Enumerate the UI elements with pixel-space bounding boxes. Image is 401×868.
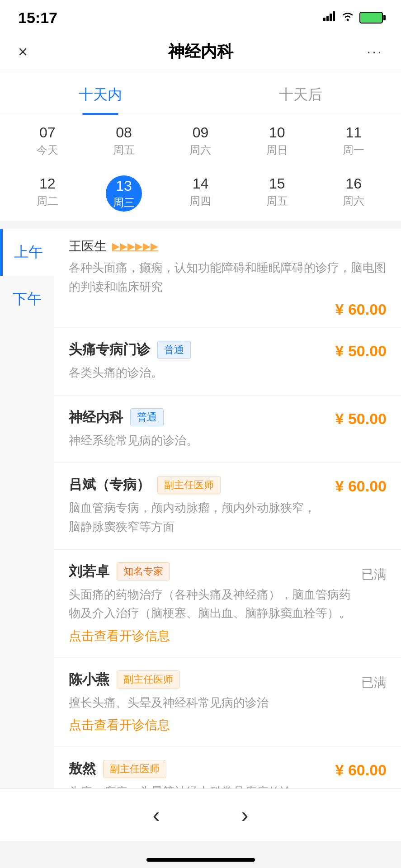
svg-point-4	[347, 19, 349, 21]
prev-button[interactable]: ‹	[139, 798, 174, 832]
clinic-name-row: 头痛专病门诊 普通	[69, 340, 326, 359]
clinic-tag: 普通	[130, 408, 164, 426]
clinic-price: ¥ 50.00	[335, 408, 387, 428]
clinic-tag: 副主任医师	[103, 760, 166, 778]
calendar-row-1: 07 今天 08 周五 09 周六 10 周日 11 周一	[9, 115, 392, 166]
clinic-name-row: 陈小燕 副主任医师	[69, 670, 352, 689]
calendar-section: 07 今天 08 周五 09 周六 10 周日 11 周一 12 周二 13 周…	[0, 115, 401, 221]
clinic-info: 吕斌（专病） 副主任医师 脑血管病专病，颅内动脉瘤，颅内外动脉狭窄，脑静脉窦狭窄…	[69, 476, 335, 536]
bottom-nav: ‹ ›	[0, 788, 401, 841]
time-label-col: 上午 下午	[0, 229, 54, 838]
clinic-name: 神经内科	[69, 408, 123, 427]
clinic-card-headache-specialist[interactable]: 头痛专病门诊 普通 各类头痛的诊治。 ¥ 50.00	[54, 328, 401, 396]
clinic-info: 头痛专病门诊 普通 各类头痛的诊治。	[69, 340, 335, 382]
partial-price: ¥ 60.00	[335, 299, 387, 318]
clinic-price: ¥ 60.00	[335, 760, 387, 779]
tab-within-ten-days[interactable]: 十天内	[0, 72, 201, 115]
clinic-desc: 擅长头痛、头晕及神经科常见病的诊治	[69, 693, 352, 712]
clinic-info: 陈小燕 副主任医师 擅长头痛、头晕及神经科常见病的诊治 点击查看开诊信息	[69, 670, 361, 734]
clinic-link[interactable]: 点击查看开诊信息	[69, 627, 352, 645]
tab-after-ten-days[interactable]: 十天后	[201, 72, 401, 115]
calendar-day-07[interactable]: 07 今天	[29, 124, 66, 157]
svg-rect-1	[326, 16, 329, 21]
tab-bar: 十天内 十天后	[0, 72, 401, 115]
calendar-row-2: 12 周二 13 周三 14 周四 15 周五 16 周六	[9, 166, 392, 221]
calendar-day-12[interactable]: 12 周二	[29, 175, 66, 212]
clinic-name: 刘若卓	[69, 562, 109, 581]
time-content-section: 上午 下午 王医生 ▶▶▶▶▶▶ 各种头面痛，癫痫，认知功能障碍和睡眠障碍的诊疗…	[0, 229, 401, 838]
partial-link[interactable]: ▶▶▶▶▶▶	[112, 241, 158, 252]
clinic-name: 陈小燕	[69, 670, 109, 689]
svg-rect-0	[323, 18, 326, 21]
clinic-card-liuruozhuo[interactable]: 刘若卓 知名专家 头面痛的药物治疗（各种头痛及神经痛），脑血管病药物及介入治疗（…	[54, 550, 401, 658]
partial-doctor-name: 王医生	[69, 238, 107, 255]
clinic-link[interactable]: 点击查看开诊信息	[69, 717, 352, 734]
home-indicator	[146, 858, 255, 862]
clinic-price: ¥ 50.00	[335, 340, 387, 360]
status-bar: 15:17	[0, 0, 401, 32]
partial-desc: 各种头面痛，癫痫，认知功能障碍和睡眠障碍的诊疗，脑电图的判读和临床研究	[69, 259, 387, 296]
battery-icon	[359, 12, 383, 24]
calendar-day-09[interactable]: 09 周六	[182, 124, 218, 157]
svg-rect-2	[330, 14, 332, 21]
svg-rect-3	[333, 11, 335, 21]
clinic-desc: 神经系统常见病的诊治。	[69, 431, 326, 450]
clinic-full-label: 已满	[361, 670, 387, 691]
status-icons	[323, 11, 383, 24]
page-title: 神经内科	[168, 41, 233, 63]
partial-clinic-card[interactable]: 王医生 ▶▶▶▶▶▶ 各种头面痛，癫痫，认知功能障碍和睡眠障碍的诊疗，脑电图的判…	[54, 229, 401, 328]
clinic-desc: 头面痛的药物治疗（各种头痛及神经痛），脑血管病药物及介入治疗（脑梗塞、脑出血、脑…	[69, 585, 352, 623]
clinic-full-label: 已满	[361, 562, 387, 583]
clinic-name: 吕斌（专病）	[69, 476, 150, 494]
clinic-name: 头痛专病门诊	[69, 340, 150, 359]
calendar-day-15[interactable]: 15 周五	[259, 175, 295, 212]
morning-label: 上午	[0, 229, 54, 276]
calendar-day-16[interactable]: 16 周六	[335, 175, 372, 212]
clinic-tag: 副主任医师	[117, 670, 180, 689]
clinic-card-lubin[interactable]: 吕斌（专病） 副主任医师 脑血管病专病，颅内动脉瘤，颅内外动脉狭窄，脑静脉窦狭窄…	[54, 463, 401, 549]
clinic-tag: 普通	[157, 341, 191, 359]
clinic-name-row: 敖然 副主任医师	[69, 760, 326, 778]
clinic-card-chenxiaoyan[interactable]: 陈小燕 副主任医师 擅长头痛、头晕及神经科常见病的诊治 点击查看开诊信息 已满	[54, 658, 401, 747]
clinic-tag: 副主任医师	[157, 476, 221, 494]
more-button[interactable]: ···	[360, 43, 383, 60]
clinic-name-row: 神经内科 普通	[69, 408, 326, 427]
clinic-name-row: 刘若卓 知名专家	[69, 562, 352, 581]
header: × 神经内科 ···	[0, 32, 401, 72]
calendar-day-13[interactable]: 13 周三	[106, 175, 142, 212]
close-button[interactable]: ×	[18, 42, 41, 61]
afternoon-label: 下午	[0, 276, 54, 838]
calendar-day-11[interactable]: 11 周一	[335, 124, 372, 157]
calendar-day-10[interactable]: 10 周日	[259, 124, 295, 157]
calendar-day-14[interactable]: 14 周四	[182, 175, 218, 212]
clinic-info: 神经内科 普通 神经系统常见病的诊治。	[69, 408, 335, 450]
clinic-name-row: 吕斌（专病） 副主任医师	[69, 476, 326, 494]
next-button[interactable]: ›	[228, 798, 262, 832]
clinic-info: 刘若卓 知名专家 头面痛的药物治疗（各种头痛及神经痛），脑血管病药物及介入治疗（…	[69, 562, 361, 645]
clinic-price: ¥ 60.00	[335, 476, 387, 495]
clinic-card-neurology-general[interactable]: 神经内科 普通 神经系统常见病的诊治。 ¥ 50.00	[54, 396, 401, 463]
wifi-icon	[341, 11, 354, 24]
content-col: 王医生 ▶▶▶▶▶▶ 各种头面痛，癫痫，认知功能障碍和睡眠障碍的诊疗，脑电图的判…	[54, 229, 401, 838]
divider	[0, 221, 401, 225]
status-time: 15:17	[18, 9, 57, 27]
clinic-tag: 知名专家	[117, 562, 170, 580]
calendar-day-08[interactable]: 08 周五	[106, 124, 142, 157]
signal-icon	[323, 11, 336, 24]
clinic-desc: 脑血管病专病，颅内动脉瘤，颅内外动脉狭窄，脑静脉窦狭窄等方面	[69, 499, 326, 536]
clinic-desc: 各类头痛的诊治。	[69, 363, 326, 382]
clinic-name: 敖然	[69, 760, 96, 778]
